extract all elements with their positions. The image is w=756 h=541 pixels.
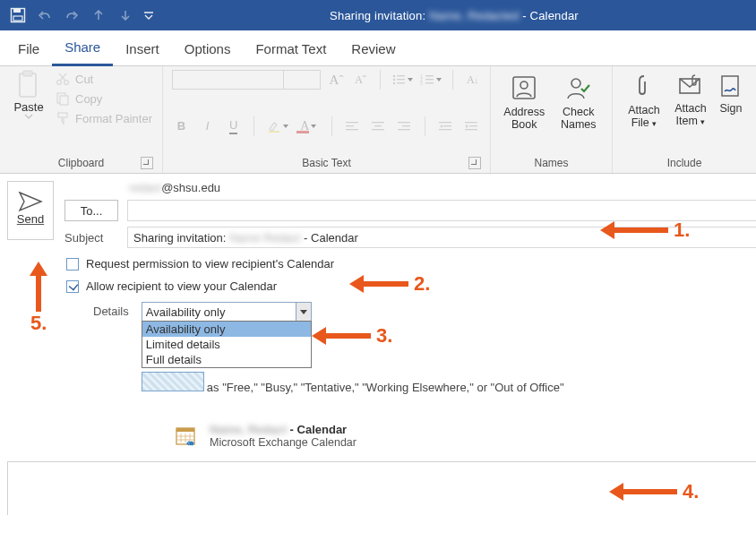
sort-button[interactable]: A↓ <box>464 70 481 90</box>
align-right-button[interactable] <box>395 116 414 136</box>
italic-button[interactable]: I <box>198 116 217 136</box>
svg-point-41 <box>571 79 580 88</box>
calendar-entry-redacted-name: Name, Redact <box>210 423 287 436</box>
svg-point-5 <box>57 81 62 85</box>
copy-button[interactable]: Copy <box>56 91 152 106</box>
format-painter-button[interactable]: Format Painter <box>56 111 152 125</box>
font-color-button[interactable]: A <box>296 116 321 136</box>
cut-button[interactable]: Cut <box>56 72 152 86</box>
to-button[interactable]: To... <box>64 200 118 221</box>
basic-text-group-label: Basic Text <box>172 153 481 171</box>
cut-label: Cut <box>75 73 93 86</box>
shrink-font-button[interactable]: Aˇ <box>352 70 369 90</box>
annotation-1: 1. <box>600 219 695 242</box>
font-name-combo[interactable] <box>172 70 321 90</box>
attach-file-button[interactable]: Attach File ▾ <box>622 73 666 130</box>
paste-label: Paste <box>13 100 43 114</box>
numbering-button[interactable]: 123 <box>420 70 442 90</box>
send-icon <box>18 191 43 212</box>
svg-point-10 <box>393 75 396 78</box>
request-permission-checkbox[interactable] <box>66 258 79 270</box>
tab-share[interactable]: Share <box>52 32 113 66</box>
next-item-icon[interactable] <box>113 3 138 28</box>
attach-item-label: Attach Item ▾ <box>674 102 706 128</box>
svg-rect-34 <box>443 125 451 126</box>
svg-rect-26 <box>346 129 358 130</box>
svg-rect-23 <box>296 131 309 133</box>
details-combo-dropdown-icon[interactable] <box>296 302 312 322</box>
underline-button[interactable]: U <box>224 116 243 136</box>
details-combo-value: Availability only <box>142 302 312 322</box>
tab-file[interactable]: File <box>5 34 52 65</box>
title-prefix: Sharing invitation: <box>330 9 425 22</box>
svg-rect-38 <box>465 129 477 130</box>
clipboard-dialog-launcher[interactable] <box>141 157 153 169</box>
svg-rect-35 <box>439 129 451 130</box>
tab-format-text[interactable]: Format Text <box>243 34 339 65</box>
highlight-button[interactable] <box>265 116 289 136</box>
send-button[interactable]: Send <box>7 181 54 240</box>
basic-text-dialog-launcher[interactable] <box>468 157 481 169</box>
align-left-button[interactable] <box>343 116 362 136</box>
window-title: Sharing invitation: Name, Redacted - Cal… <box>158 9 751 22</box>
svg-rect-4 <box>23 71 32 76</box>
details-combo[interactable]: Availability only Availability only Limi… <box>142 302 312 322</box>
tab-review[interactable]: Review <box>339 34 408 65</box>
svg-rect-17 <box>425 75 434 76</box>
attach-item-button[interactable]: Attach Item ▾ <box>668 73 713 130</box>
prev-item-icon[interactable] <box>86 3 111 28</box>
decrease-indent-button[interactable] <box>436 116 455 136</box>
svg-rect-29 <box>372 129 384 130</box>
qat-customize-icon[interactable] <box>140 3 158 28</box>
svg-rect-22 <box>269 131 279 133</box>
svg-rect-32 <box>398 129 410 130</box>
title-redacted-name: Name, Redacted <box>429 9 519 22</box>
undo-icon[interactable] <box>32 3 57 28</box>
paste-button[interactable]: Paste <box>9 70 48 125</box>
allow-recipient-checkbox[interactable] <box>66 280 79 293</box>
signature-label: Sign <box>719 102 742 115</box>
increase-indent-button[interactable] <box>462 116 481 136</box>
include-group-label: Include <box>622 153 747 171</box>
grow-font-button[interactable]: Aˆ <box>328 70 345 90</box>
request-permission-label: Request permission to view recipient's C… <box>86 257 334 270</box>
address-book-label: Address Book <box>503 106 545 132</box>
send-label: Send <box>17 212 44 226</box>
calendar-entry-sub: Microsoft Exchange Calendar <box>210 436 357 449</box>
align-center-button[interactable] <box>369 116 388 136</box>
bold-button[interactable]: B <box>172 116 191 136</box>
tab-insert[interactable]: Insert <box>113 34 172 65</box>
save-icon[interactable] <box>5 3 30 28</box>
group-names: Address Book Check Names Names <box>491 66 613 173</box>
svg-rect-21 <box>425 82 434 83</box>
svg-rect-13 <box>397 79 405 80</box>
tab-options[interactable]: Options <box>172 34 244 65</box>
svg-rect-15 <box>397 82 405 83</box>
svg-rect-24 <box>346 122 358 123</box>
combo-item-availability[interactable]: Availability only <box>142 322 311 337</box>
svg-rect-19 <box>425 79 434 80</box>
svg-rect-8 <box>60 96 68 105</box>
title-bar: Sharing invitation: Name, Redacted - Cal… <box>0 0 756 30</box>
signature-button[interactable]: Sign <box>715 73 747 130</box>
annotation-3: 3. <box>312 324 398 348</box>
svg-rect-11 <box>397 75 405 76</box>
selection-indicator <box>142 372 204 391</box>
combo-item-limited[interactable]: Limited details <box>142 337 311 352</box>
svg-rect-3 <box>20 73 36 97</box>
subject-redacted-name: Name Redact <box>229 231 300 245</box>
address-book-button[interactable]: Address Book <box>500 73 549 132</box>
group-clipboard: Paste Cut Copy Format Painter Clipboa <box>0 66 163 173</box>
bullets-button[interactable] <box>391 70 413 90</box>
group-include: Attach File ▾ Attach Item ▾ Sign Include <box>613 66 756 173</box>
calendar-entry-suffix: - Calendar <box>290 423 348 436</box>
details-combo-list: Availability only Limited details Full d… <box>142 321 312 368</box>
combo-item-full[interactable]: Full details <box>142 352 311 367</box>
svg-rect-1 <box>13 9 21 13</box>
svg-rect-28 <box>374 125 382 126</box>
svg-point-14 <box>393 82 396 85</box>
annotation-4: 4. <box>609 480 704 503</box>
redo-icon[interactable] <box>59 3 84 28</box>
check-names-button[interactable]: Check Names <box>554 73 604 132</box>
copy-label: Copy <box>75 92 102 106</box>
